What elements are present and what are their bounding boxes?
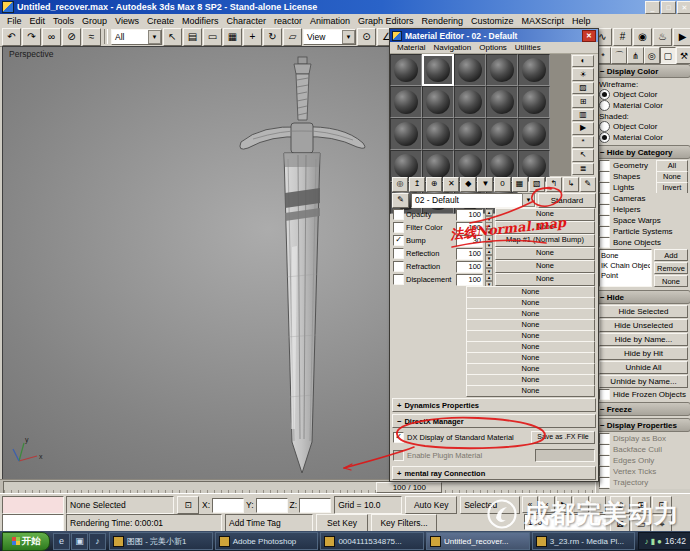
material-slot[interactable] — [422, 118, 454, 150]
map-amount-field[interactable]: 100 — [456, 274, 483, 286]
tab-hierarchy[interactable]: ⋔ — [627, 47, 643, 64]
reset-map-icon[interactable]: ✕ — [443, 177, 459, 192]
select-by-material-icon[interactable]: ↖ — [572, 149, 594, 161]
save-fx-file-button[interactable]: Save as .FX File — [531, 431, 595, 444]
x-position-field[interactable] — [212, 498, 244, 513]
pick-material-from-object-icon[interactable]: ✎ — [392, 193, 409, 208]
display-property-checkbox[interactable] — [599, 444, 610, 455]
list-item[interactable]: IK Chain Object — [601, 261, 650, 271]
radio-option-object-color[interactable]: Object Color — [595, 121, 690, 132]
map-amount-field[interactable]: 100 — [456, 248, 483, 260]
hide-unselected-button[interactable]: Hide Unselected — [599, 319, 688, 332]
ie-quicklaunch-icon[interactable]: e — [53, 533, 70, 550]
media-player-icon[interactable]: ♪ — [89, 533, 106, 550]
select-and-link-icon[interactable]: ∞ — [42, 28, 61, 46]
rollout-hide[interactable]: −Hide — [596, 290, 690, 304]
show-desktop-icon[interactable]: ▣ — [71, 533, 88, 550]
background-icon[interactable]: ▨ — [572, 82, 594, 94]
menu-item-modifiers[interactable]: Modifiers — [178, 16, 223, 26]
menu-item-character[interactable]: Character — [222, 16, 270, 26]
go-forward-to-sibling-icon[interactable]: ↳ — [563, 177, 579, 192]
render-scene-icon[interactable]: ♨ — [653, 28, 672, 46]
category-checkbox[interactable] — [599, 171, 610, 182]
material-slot[interactable] — [486, 118, 518, 150]
material-slot[interactable] — [422, 54, 454, 86]
show-map-in-viewport-icon[interactable]: ▦ — [512, 177, 528, 192]
display-property-checkbox[interactable] — [599, 477, 610, 488]
list-none-button[interactable]: None — [654, 275, 688, 287]
material-id-channel-icon[interactable]: 0 — [494, 177, 510, 192]
spinner-icon[interactable]: ▴▾ — [485, 274, 493, 285]
tray-status-icon[interactable]: ● — [657, 537, 662, 546]
select-and-scale-icon[interactable]: ▱ — [283, 28, 302, 46]
list-item[interactable]: Bone — [601, 251, 650, 261]
hide-selected-button[interactable]: Hide Selected — [599, 305, 688, 318]
zoom-icon[interactable]: ⊕ — [610, 496, 630, 514]
next-frame-icon[interactable]: › — [573, 496, 589, 513]
dx-display-checkbox[interactable]: ✓ — [393, 432, 404, 443]
radio-icon[interactable] — [599, 132, 610, 143]
rollout-display-properties[interactable]: −Display Properties — [596, 418, 690, 432]
menu-item-reactor[interactable]: reactor — [270, 16, 306, 26]
close-icon[interactable]: ✕ — [582, 30, 596, 42]
tray-network-icon[interactable]: ▮ — [650, 537, 654, 546]
video-color-check-icon[interactable]: ▥ — [572, 109, 594, 121]
schematic-view-icon[interactable]: # — [613, 28, 632, 46]
select-and-move-icon[interactable]: + — [243, 28, 262, 46]
select-object-icon[interactable]: ↖ — [163, 28, 182, 46]
selection-lock-toggle[interactable]: ⊡ — [177, 496, 199, 514]
sample-type-icon[interactable]: ◐ — [572, 55, 594, 67]
rollout-display-color[interactable]: −Display Color — [596, 64, 690, 78]
unhide-by-name-button[interactable]: Unhide by Name... — [599, 375, 688, 388]
quick-render-icon[interactable]: ▶ — [673, 28, 690, 46]
menu-item-group[interactable]: Group — [78, 16, 111, 26]
me-menu-utilities[interactable]: Utilities — [511, 43, 545, 52]
maxscript-mini-listener-white[interactable] — [2, 514, 64, 532]
previous-frame-icon[interactable]: ‹ — [539, 496, 555, 513]
backlight-icon[interactable]: ☀ — [572, 68, 594, 80]
redo-icon[interactable]: ↷ — [22, 28, 41, 46]
menu-item-customize[interactable]: Customize — [467, 16, 518, 26]
menu-item-tools[interactable]: Tools — [49, 16, 78, 26]
map-amount-field[interactable]: 30 — [456, 235, 483, 247]
put-material-to-scene-icon[interactable]: ↥ — [409, 177, 425, 192]
material-slot[interactable] — [454, 54, 486, 86]
radio-icon[interactable] — [599, 121, 610, 132]
go-to-start-icon[interactable]: « — [522, 496, 538, 513]
category-checkbox[interactable] — [599, 204, 610, 215]
set-key-button[interactable]: Set Key — [316, 514, 368, 532]
display-property-checkbox[interactable] — [599, 455, 610, 466]
make-material-copy-icon[interactable]: ◆ — [460, 177, 476, 192]
play-animation-icon[interactable]: ▶ — [556, 496, 572, 513]
material-name-dropdown[interactable]: 02 - Default ▼ — [411, 193, 536, 208]
key-mode-dropdown[interactable]: Selected — [460, 496, 520, 514]
radio-icon[interactable] — [599, 89, 610, 100]
use-pivot-point-icon[interactable]: ⊙ — [357, 28, 376, 46]
window-crossing-icon[interactable]: ▦ — [223, 28, 242, 46]
material-slot[interactable] — [422, 86, 454, 118]
material-slot[interactable] — [454, 86, 486, 118]
rollout-dynamics-properties[interactable]: + Dynamics Properties — [392, 398, 596, 412]
select-by-name-icon[interactable]: ▤ — [183, 28, 202, 46]
rollout-directx-manager[interactable]: − DirectX Manager — [392, 414, 596, 428]
display-property-checkbox[interactable] — [599, 488, 610, 489]
material-slot[interactable] — [390, 86, 422, 118]
menu-item-animation[interactable]: Animation — [306, 16, 354, 26]
category-checkbox[interactable] — [599, 182, 610, 193]
rectangular-region-icon[interactable]: ▭ — [203, 28, 222, 46]
map-amount-field[interactable]: 100 — [456, 222, 483, 234]
radio-option-material-color[interactable]: Material Color — [595, 132, 690, 143]
material-slot[interactable] — [518, 86, 550, 118]
material-slot[interactable] — [390, 118, 422, 150]
maximize-button[interactable]: □ — [661, 1, 676, 14]
map-slot-button[interactable]: None — [495, 273, 595, 286]
rollout-freeze[interactable]: −Freeze — [596, 402, 690, 416]
map-enable-checkbox[interactable] — [393, 261, 404, 272]
taskbar-button[interactable]: 图图 - 完美小新1 — [109, 532, 213, 550]
map-amount-field[interactable]: 100 — [456, 261, 483, 273]
radio-option-object-color[interactable]: Object Color — [595, 89, 690, 100]
taskbar-button[interactable]: 3_23.rm - Media Pl... — [532, 532, 636, 550]
make-preview-icon[interactable]: ▶ — [572, 122, 594, 134]
undo-icon[interactable]: ↶ — [2, 28, 21, 46]
material-slot[interactable] — [486, 54, 518, 86]
